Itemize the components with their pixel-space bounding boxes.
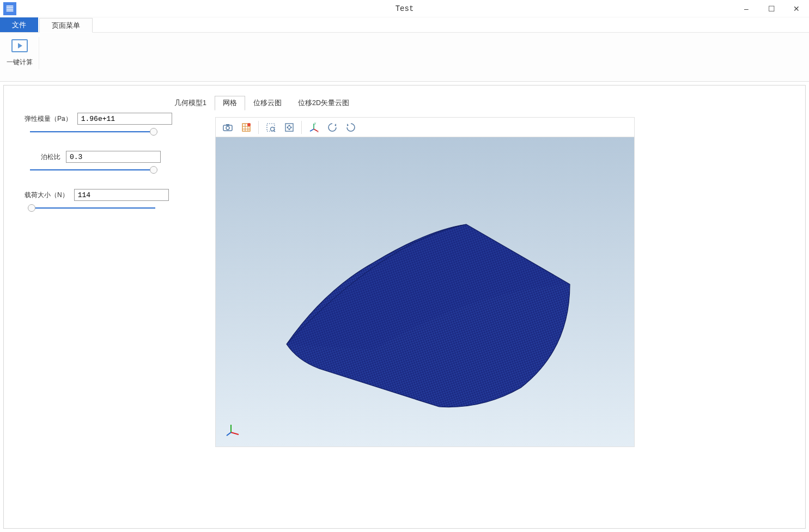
poisson-ratio-label: 泊松比 — [25, 152, 60, 162]
menu-tabs: 文件 页面菜单 — [0, 17, 809, 33]
fit-view-icon[interactable] — [282, 120, 297, 135]
app-icon — [3, 2, 16, 15]
elastic-modulus-slider[interactable] — [30, 128, 155, 137]
tab-displacement[interactable]: 位移云图 — [245, 96, 290, 111]
play-icon — [18, 43, 22, 48]
svg-point-2 — [226, 126, 229, 130]
svg-line-16 — [231, 432, 239, 435]
load-magnitude-slider[interactable] — [30, 204, 155, 213]
zoom-area-icon[interactable] — [263, 120, 278, 135]
load-magnitude-label: 载荷大小（N） — [25, 191, 69, 200]
mesh-viewer[interactable] — [215, 137, 635, 447]
svg-point-7 — [271, 127, 275, 131]
minimize-button[interactable]: – — [734, 0, 759, 17]
menu-file[interactable]: 文件 — [0, 17, 38, 32]
svg-line-11 — [310, 129, 314, 131]
parameters-panel: 弹性模量（Pa） 泊松比 载荷大小（N） — [14, 96, 166, 518]
maximize-button[interactable]: ☐ — [759, 0, 784, 17]
tab-mesh[interactable]: 网格 — [215, 96, 245, 111]
svg-line-17 — [227, 432, 231, 436]
tab-geometry[interactable]: 几何模型1 — [166, 96, 215, 111]
svg-rect-3 — [226, 124, 229, 126]
window-title: Test — [0, 4, 809, 13]
calc-icon[interactable] — [11, 39, 28, 52]
elastic-modulus-label: 弹性模量（Pa） — [25, 114, 72, 124]
axis-xyz-icon[interactable]: yx — [306, 120, 321, 135]
menu-page[interactable]: 页面菜单 — [39, 18, 93, 33]
mesh-shell — [276, 208, 581, 409]
elastic-modulus-input[interactable] — [77, 113, 172, 125]
calc-label: 一键计算 — [7, 58, 33, 67]
content-tabs: 几何模型1 网格 位移云图 位移2D矢量云图 — [166, 96, 795, 111]
viewer-toolbar: yx — [215, 117, 635, 137]
rotate-ccw-icon[interactable] — [325, 120, 340, 135]
svg-line-8 — [274, 130, 276, 132]
camera-icon[interactable] — [220, 120, 235, 135]
svg-text:y: y — [314, 121, 316, 125]
rotate-cw-icon[interactable] — [343, 120, 358, 135]
table-icon[interactable] — [239, 120, 254, 135]
close-button[interactable]: ✕ — [784, 0, 809, 17]
tab-displacement-2d[interactable]: 位移2D矢量云图 — [290, 96, 357, 111]
svg-point-5 — [247, 123, 251, 126]
poisson-ratio-input[interactable] — [66, 151, 161, 163]
poisson-ratio-slider[interactable] — [30, 166, 155, 175]
load-magnitude-input[interactable] — [74, 189, 169, 201]
title-bar: Test – ☐ ✕ — [0, 0, 809, 17]
ribbon-calc-group: 一键计算 — [0, 37, 39, 69]
ribbon: 一键计算 — [0, 33, 809, 82]
svg-text:x: x — [317, 130, 319, 133]
content-area: 几何模型1 网格 位移云图 位移2D矢量云图 — [166, 96, 795, 518]
axis-triad-icon — [226, 421, 241, 437]
